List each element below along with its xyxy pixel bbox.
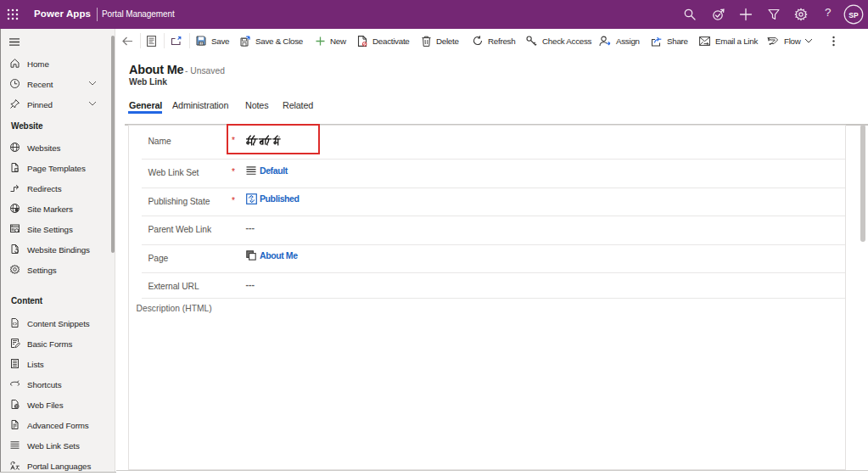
svg-text:SP: SP bbox=[848, 11, 859, 20]
